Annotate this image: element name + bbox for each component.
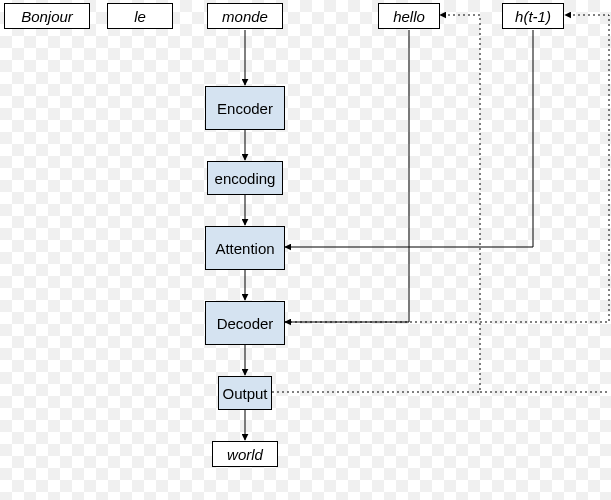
encoder-block: Encoder <box>205 86 285 130</box>
output-world: world <box>212 441 278 467</box>
encoding-block: encoding <box>207 161 283 195</box>
input-monde: monde <box>207 3 283 29</box>
edges-layer <box>0 0 611 500</box>
output-block: Output <box>218 376 272 410</box>
input-le: le <box>107 3 173 29</box>
input-hprev: h(t-1) <box>502 3 564 29</box>
decoder-block: Decoder <box>205 301 285 345</box>
diagram-canvas: Bonjour le monde hello h(t-1) Encoder en… <box>0 0 611 500</box>
input-hello: hello <box>378 3 440 29</box>
input-bonjour: Bonjour <box>4 3 90 29</box>
attention-block: Attention <box>205 226 285 270</box>
